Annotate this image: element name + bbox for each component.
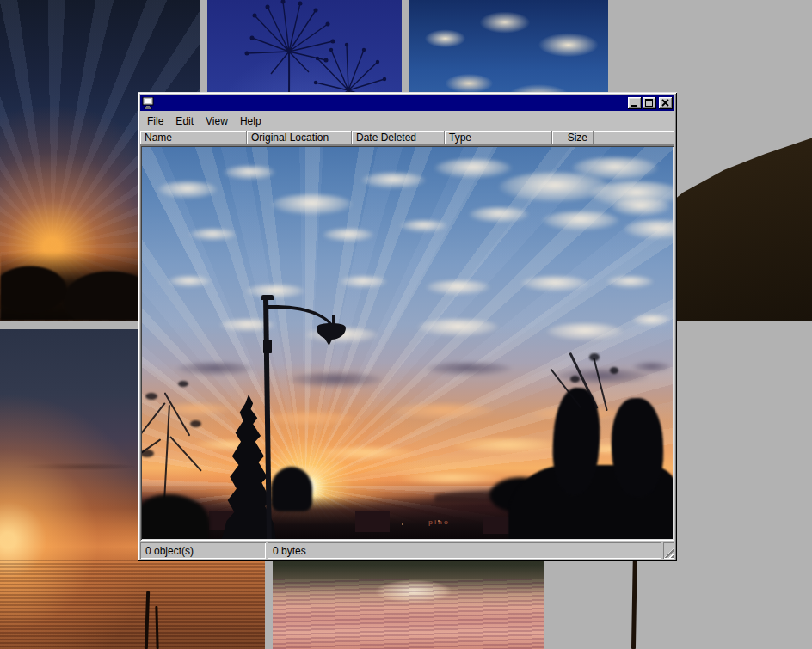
resize-grip[interactable] xyxy=(663,542,674,559)
menu-edit[interactable]: Edit xyxy=(169,113,200,130)
status-bar: 0 object(s) 0 bytes xyxy=(140,541,674,559)
cloud xyxy=(417,319,499,336)
cloud xyxy=(546,323,624,340)
recycle-bin-window: FileEditViewHelp NameOriginal LocationDa… xyxy=(138,92,677,561)
cloud xyxy=(288,372,383,388)
cloud xyxy=(469,207,529,223)
cloud xyxy=(168,276,211,287)
cloud xyxy=(314,446,417,461)
window-background-photo: pino xyxy=(142,147,673,539)
cloud xyxy=(606,276,654,288)
minimize-button[interactable] xyxy=(628,97,642,109)
column-header-blank[interactable] xyxy=(594,131,674,145)
menu-bar: FileEditViewHelp xyxy=(140,111,674,131)
cloud xyxy=(400,220,447,232)
cloud xyxy=(572,157,658,180)
cloud xyxy=(426,280,490,295)
cloud xyxy=(632,362,671,372)
town-light xyxy=(402,523,403,525)
close-button[interactable] xyxy=(659,97,673,109)
column-header-name[interactable]: Name xyxy=(140,131,247,145)
column-header-type[interactable]: Type xyxy=(445,131,552,145)
menu-file[interactable]: File xyxy=(141,113,169,130)
cloud xyxy=(224,166,275,180)
cloud xyxy=(434,159,512,178)
building-silhouette xyxy=(483,517,512,534)
cloud xyxy=(271,194,353,215)
status-bytes: 0 bytes xyxy=(268,542,661,559)
cloud xyxy=(542,211,619,230)
leaf-clump xyxy=(610,367,618,374)
leaf-clump xyxy=(145,393,157,400)
photo-sign-text: pino xyxy=(428,518,450,526)
cloud xyxy=(632,315,671,326)
bush-silhouette xyxy=(271,467,312,511)
column-header-date-deleted[interactable]: Date Deleted xyxy=(352,131,445,145)
cloud xyxy=(400,472,503,485)
lamp-pole-cap xyxy=(261,295,274,300)
leaf-clump xyxy=(589,353,600,361)
cloud xyxy=(245,285,305,298)
cloud xyxy=(189,229,237,241)
menu-help[interactable]: Help xyxy=(234,113,268,130)
desktop: FileEditViewHelp NameOriginal LocationDa… xyxy=(0,0,812,649)
window-icon[interactable] xyxy=(142,97,155,109)
column-header-row: NameOriginal LocationDate DeletedTypeSiz… xyxy=(140,131,674,145)
cloud xyxy=(323,229,374,242)
cloud xyxy=(361,173,426,188)
cloud xyxy=(262,412,357,426)
leaf-clump xyxy=(570,376,580,383)
cloud xyxy=(391,403,495,419)
cloud xyxy=(426,362,512,376)
file-list-area[interactable]: pino xyxy=(140,145,674,541)
cloud xyxy=(157,181,218,199)
window-controls xyxy=(627,97,673,109)
cloud xyxy=(452,438,563,454)
building-silhouette xyxy=(355,511,390,532)
cloud xyxy=(555,369,649,384)
column-header-size[interactable]: Size xyxy=(552,131,594,145)
water-ripples xyxy=(0,560,265,649)
leaf-clump xyxy=(178,381,188,387)
column-header-original-location[interactable]: Original Location xyxy=(247,131,352,145)
cloud xyxy=(340,276,387,288)
cloud xyxy=(176,362,254,376)
status-objects: 0 object(s) xyxy=(140,542,266,559)
cloud xyxy=(520,276,589,291)
leaf-clump xyxy=(190,420,201,427)
maximize-button[interactable] xyxy=(643,97,656,109)
lamp-junction-box xyxy=(263,340,272,353)
cloud xyxy=(611,199,671,216)
water-ripples xyxy=(273,579,544,649)
titlebar[interactable] xyxy=(140,95,674,111)
menu-view[interactable]: View xyxy=(200,113,234,130)
